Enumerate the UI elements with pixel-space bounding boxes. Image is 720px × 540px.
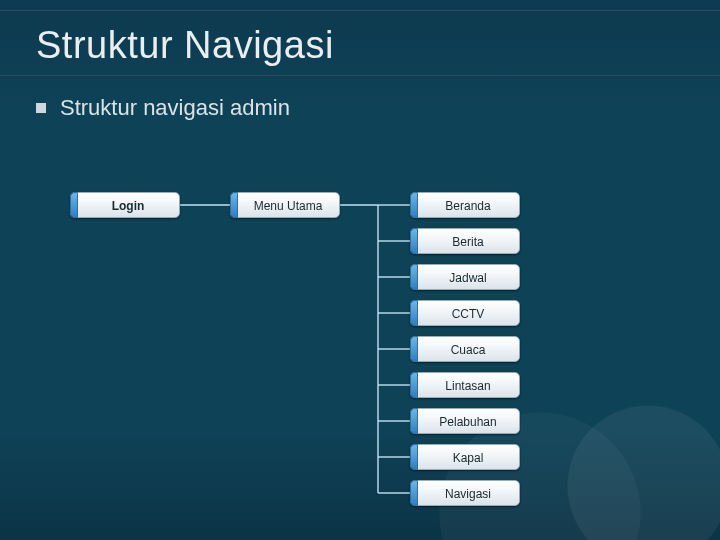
- node-jadwal: Jadwal: [410, 264, 520, 290]
- node-cctv: CCTV: [410, 300, 520, 326]
- node-berita: Berita: [410, 228, 520, 254]
- node-label: Navigasi: [411, 481, 519, 507]
- node-label: Berita: [411, 229, 519, 255]
- bullet-icon: [36, 103, 46, 113]
- node-accent-bar: [410, 300, 418, 326]
- node-label: Beranda: [411, 193, 519, 219]
- node-label: Menu Utama: [231, 193, 339, 219]
- node-login: Login: [70, 192, 180, 218]
- node-accent-bar: [410, 192, 418, 218]
- node-accent-bar: [410, 264, 418, 290]
- top-divider: [0, 10, 720, 12]
- node-navigasi: Navigasi: [410, 480, 520, 506]
- node-pelabuhan: Pelabuhan: [410, 408, 520, 434]
- subtitle-text: Struktur navigasi admin: [60, 95, 290, 120]
- slide-subtitle: Struktur navigasi admin: [36, 95, 720, 121]
- node-accent-bar: [410, 444, 418, 470]
- node-accent-bar: [410, 228, 418, 254]
- node-label: Kapal: [411, 445, 519, 471]
- connector-lines: [0, 0, 720, 540]
- node-label: Jadwal: [411, 265, 519, 291]
- node-accent-bar: [230, 192, 238, 218]
- node-label: CCTV: [411, 301, 519, 327]
- node-label: Lintasan: [411, 373, 519, 399]
- node-label: Cuaca: [411, 337, 519, 363]
- node-menu-utama: Menu Utama: [230, 192, 340, 218]
- node-label: Login: [71, 193, 179, 219]
- node-accent-bar: [410, 372, 418, 398]
- node-lintasan: Lintasan: [410, 372, 520, 398]
- node-beranda: Beranda: [410, 192, 520, 218]
- node-kapal: Kapal: [410, 444, 520, 470]
- slide-title: Struktur Navigasi: [36, 24, 720, 67]
- node-accent-bar: [70, 192, 78, 218]
- node-accent-bar: [410, 336, 418, 362]
- title-divider: [0, 75, 720, 77]
- node-cuaca: Cuaca: [410, 336, 520, 362]
- node-label: Pelabuhan: [411, 409, 519, 435]
- node-accent-bar: [410, 480, 418, 506]
- node-accent-bar: [410, 408, 418, 434]
